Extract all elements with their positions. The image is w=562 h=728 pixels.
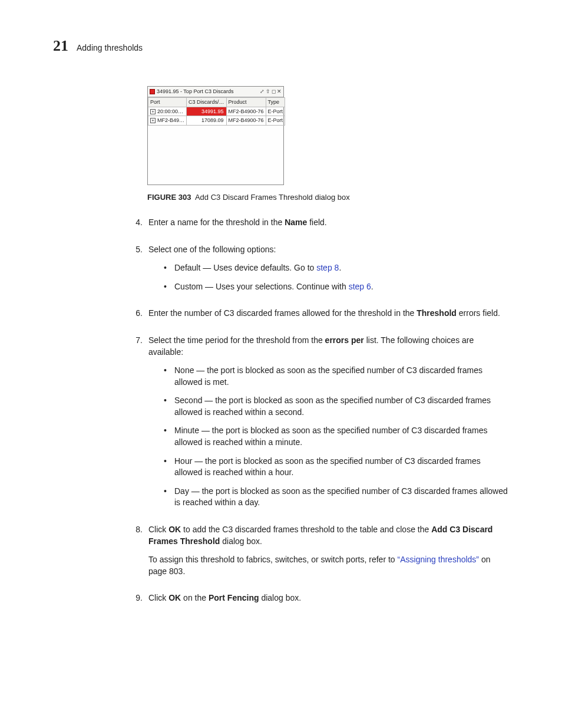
bullet-list: Default — Uses device defaults. Go to st…: [164, 262, 509, 292]
table-header-row: Port C3 Discards/… Product Type: [148, 97, 285, 107]
bullet-list: None — the port is blocked as soon as th…: [164, 365, 509, 509]
step-9: 9. Click OK on the Port Fencing dialog b…: [130, 592, 509, 611]
expand-icon[interactable]: +: [150, 118, 156, 123]
step-text: To assign this threshold to fabrics, swi…: [148, 554, 509, 577]
cell-c3: 17089.09: [187, 116, 227, 126]
cell-port: +MF2-B49…: [148, 116, 187, 126]
figure-titlebar-controls: ⤢ ⇧ ◻ ✕: [260, 89, 282, 94]
close-icon[interactable]: ✕: [277, 89, 282, 94]
figure-panel: 34991.95 - Top Port C3 Discards ⤢ ⇧ ◻ ✕ …: [147, 86, 284, 185]
list-item: Day — the port is blocked as soon as the…: [164, 486, 509, 509]
step-text: Enter the number of C3 discarded frames …: [148, 308, 509, 319]
bold-ok: OK: [168, 525, 181, 534]
chapter-title: Adding thresholds: [77, 42, 143, 54]
cell-type: E-Port: [266, 107, 285, 116]
figure-caption-text: Add C3 Discard Frames Threshold dialog b…: [195, 193, 350, 202]
color-swatch-icon: [150, 89, 155, 94]
col-port[interactable]: Port: [148, 97, 187, 107]
step-number: 6.: [130, 308, 143, 327]
list-item: Default — Uses device defaults. Go to st…: [164, 262, 509, 274]
step-4: 4. Enter a name for the threshold in the…: [130, 217, 509, 236]
table-row[interactable]: +20:00:00… 34991.95 MF2-B4900-76 E-Port: [148, 107, 285, 116]
list-item: Hour — the port is blocked as soon as th…: [164, 456, 509, 479]
figure-empty-area: [148, 126, 283, 185]
col-product[interactable]: Product: [226, 97, 266, 107]
step-5: 5. Select one of the following options: …: [130, 244, 509, 300]
figure-titlebar: 34991.95 - Top Port C3 Discards ⤢ ⇧ ◻ ✕: [148, 87, 283, 97]
figure-label: FIGURE 303: [147, 193, 191, 202]
col-c3[interactable]: C3 Discards/…: [187, 97, 227, 107]
step-number: 8.: [130, 524, 143, 584]
list-item: Minute — the port is blocked as soon as …: [164, 425, 509, 448]
bold-ok: OK: [168, 593, 181, 602]
step-text: Click OK on the Port Fencing dialog box.: [148, 592, 509, 604]
cell-product: MF2-B4900-76: [226, 107, 266, 116]
list-item: Custom — Uses your selections. Continue …: [164, 281, 509, 293]
step-number: 9.: [130, 592, 143, 611]
step-number: 7.: [130, 335, 143, 516]
col-type[interactable]: Type: [266, 97, 285, 107]
cell-type: E-Port: [266, 116, 285, 126]
list-item: None — the port is blocked as soon as th…: [164, 365, 509, 388]
step-text: Select the time period for the threshold…: [148, 335, 509, 358]
bold-errors-per: errors per: [325, 335, 364, 345]
cell-product: MF2-B4900-76: [226, 116, 266, 126]
bold-name: Name: [285, 218, 307, 227]
step-list: 4. Enter a name for the threshold in the…: [130, 217, 509, 611]
document-body: 4. Enter a name for the threshold in the…: [130, 217, 509, 611]
figure-screenshot: 34991.95 - Top Port C3 Discards ⤢ ⇧ ◻ ✕ …: [147, 86, 509, 185]
table-row[interactable]: +MF2-B49… 17089.09 MF2-B4900-76 E-Port: [148, 116, 285, 126]
step-text: Select one of the following options:: [148, 244, 509, 256]
page-header: 21 Adding thresholds: [53, 35, 509, 57]
step-8: 8. Click OK to add the C3 discarded fram…: [130, 524, 509, 584]
expand-icon[interactable]: +: [150, 109, 156, 114]
figure-caption: FIGURE 303 Add C3 Discard Frames Thresho…: [147, 192, 509, 203]
cell-port: +20:00:00…: [148, 107, 187, 116]
step-number: 4.: [130, 217, 143, 236]
zoom-icon[interactable]: ⤢: [260, 89, 265, 94]
pin-icon[interactable]: ⇧: [266, 89, 270, 94]
step-text: Enter a name for the threshold in the Na…: [148, 217, 509, 229]
link-step-6[interactable]: step 6: [349, 282, 371, 291]
window-icon[interactable]: ◻: [272, 89, 276, 94]
link-step-8[interactable]: step 8: [316, 263, 339, 272]
figure-table: Port C3 Discards/… Product Type +20:00:0…: [148, 97, 285, 126]
step-text: Click OK to add the C3 discarded frames …: [148, 524, 509, 547]
cell-c3-highlight: 34991.95: [187, 107, 227, 116]
chapter-number: 21: [53, 35, 68, 57]
step-6: 6. Enter the number of C3 discarded fram…: [130, 308, 509, 327]
step-number: 5.: [130, 244, 143, 300]
step-7: 7. Select the time period for the thresh…: [130, 335, 509, 516]
figure-title-text: 34991.95 - Top Port C3 Discards: [157, 88, 258, 95]
list-item: Second — the port is blocked as soon as …: [164, 395, 509, 418]
bold-port-fencing: Port Fencing: [209, 593, 259, 602]
bold-threshold: Threshold: [416, 308, 457, 318]
link-assigning-thresholds[interactable]: “Assigning thresholds”: [398, 555, 480, 564]
